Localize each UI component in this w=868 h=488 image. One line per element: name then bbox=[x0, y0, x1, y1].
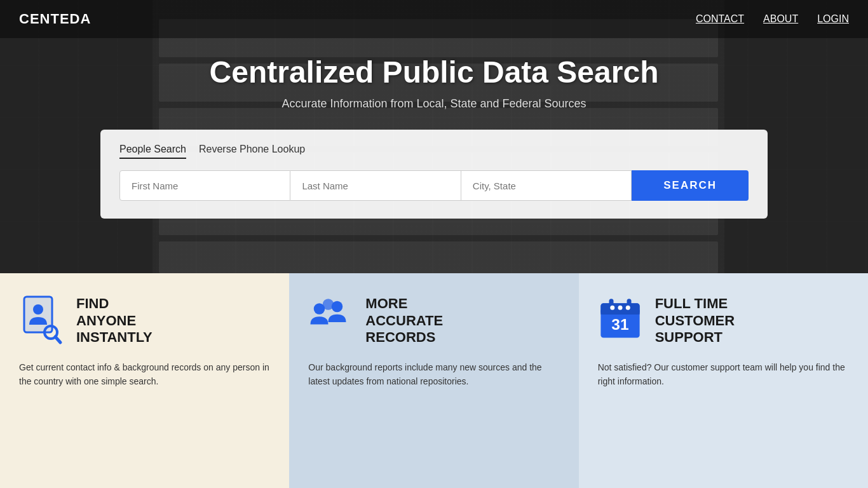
card-find-anyone-title: FINDANYONEINSTANTLY bbox=[76, 295, 153, 346]
svg-point-14 bbox=[610, 306, 614, 310]
hero-subtitle: Accurate Information from Local, State a… bbox=[0, 97, 868, 111]
card-accurate-records-title: MOREACCURATERECORDS bbox=[365, 295, 443, 346]
first-name-input[interactable] bbox=[119, 170, 290, 201]
card-find-anyone-desc: Get current contact info & background re… bbox=[19, 360, 270, 389]
svg-point-2 bbox=[33, 304, 43, 315]
search-tabs: People Search Reverse Phone Lookup bbox=[119, 144, 749, 159]
search-inputs: SEARCH bbox=[119, 170, 749, 201]
svg-point-7 bbox=[323, 299, 334, 310]
people-icon bbox=[308, 295, 353, 346]
last-name-input[interactable] bbox=[290, 170, 461, 201]
search-button[interactable]: SEARCH bbox=[632, 170, 749, 201]
navbar: CENTEDA CONTACT ABOUT LOGIN bbox=[0, 0, 868, 38]
card-find-anyone-header: FINDANYONEINSTANTLY bbox=[19, 295, 270, 346]
city-state-input[interactable] bbox=[461, 170, 632, 201]
hero-section: Centralized Public Data Search Accurate … bbox=[0, 0, 868, 273]
svg-line-4 bbox=[55, 337, 60, 342]
hero-content: Centralized Public Data Search Accurate … bbox=[0, 55, 868, 219]
person-search-icon bbox=[19, 295, 64, 346]
card-customer-support-header: 31 FULL TIMECUSTOMERSUPPORT bbox=[598, 295, 849, 346]
cards-section: FINDANYONEINSTANTLY Get current contact … bbox=[0, 273, 868, 488]
card-accurate-records: MOREACCURATERECORDS Our background repor… bbox=[289, 273, 578, 488]
nav-link-login[interactable]: LOGIN bbox=[817, 13, 849, 25]
logo[interactable]: CENTEDA bbox=[19, 11, 91, 27]
calendar-icon: 31 bbox=[598, 295, 642, 346]
svg-rect-10 bbox=[600, 310, 639, 315]
nav-link-contact[interactable]: CONTACT bbox=[696, 13, 744, 25]
svg-point-15 bbox=[618, 306, 622, 310]
hero-title: Centralized Public Data Search bbox=[0, 55, 868, 90]
card-customer-support-title: FULL TIMECUSTOMERSUPPORT bbox=[655, 295, 735, 346]
card-customer-support: 31 FULL TIMECUSTOMERSUPPORT Not satisfie… bbox=[579, 273, 868, 488]
card-find-anyone: FINDANYONEINSTANTLY Get current contact … bbox=[0, 273, 289, 488]
card-accurate-records-header: MOREACCURATERECORDS bbox=[308, 295, 559, 346]
nav-links: CONTACT ABOUT LOGIN bbox=[696, 13, 849, 25]
search-box: People Search Reverse Phone Lookup SEARC… bbox=[100, 130, 768, 219]
nav-link-about[interactable]: ABOUT bbox=[763, 13, 798, 25]
tab-people-search[interactable]: People Search bbox=[119, 144, 186, 159]
svg-text:31: 31 bbox=[611, 316, 628, 333]
tab-reverse-phone[interactable]: Reverse Phone Lookup bbox=[199, 144, 305, 159]
svg-point-16 bbox=[625, 306, 630, 310]
card-accurate-records-desc: Our background reports include many new … bbox=[308, 360, 559, 389]
card-customer-support-desc: Not satisfied? Our customer support team… bbox=[598, 360, 849, 389]
